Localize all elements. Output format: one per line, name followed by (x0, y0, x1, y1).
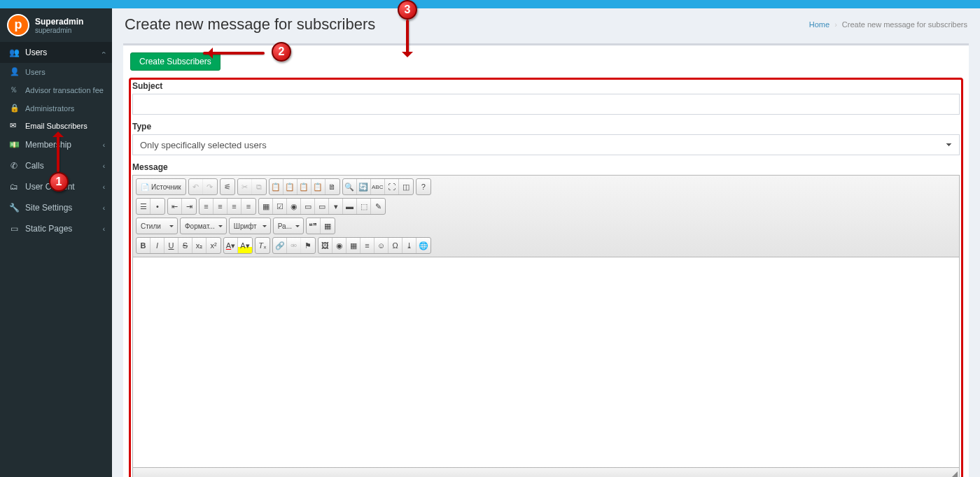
align-left-icon[interactable]: ≡ (200, 199, 214, 214)
lock-icon: 🔒 (10, 104, 20, 113)
checkbox-icon[interactable]: ☑ (273, 199, 287, 214)
page-icon: ▭ (8, 224, 20, 234)
textarea-icon[interactable]: ▭ (315, 199, 329, 214)
specialchar-icon[interactable]: Ω (388, 238, 402, 253)
chevron-left-icon: ‹ (103, 225, 105, 233)
selectall-icon[interactable]: ABC (371, 179, 385, 194)
strike-icon[interactable]: S (178, 238, 192, 253)
user-name: Superadmin (35, 17, 83, 27)
type-label: Type (132, 122, 960, 131)
iframe-icon[interactable]: 🌐 (416, 238, 430, 253)
cut-icon[interactable]: ✂ (238, 179, 252, 194)
pagebreak-icon[interactable]: ⤓ (402, 238, 416, 253)
users-icon: 👥 (8, 48, 20, 57)
find-icon[interactable]: 🔍 (343, 179, 357, 194)
outdent-icon[interactable]: ⇤ (168, 199, 182, 214)
top-accent-bar (0, 0, 980, 8)
indent-icon[interactable]: ⇥ (182, 199, 196, 214)
subscript-icon[interactable]: x₂ (192, 238, 206, 253)
content-area: Create new message for subscribers Home … (112, 8, 980, 477)
resizer-icon[interactable] (951, 471, 958, 477)
subject-input[interactable] (132, 94, 960, 115)
link-icon[interactable]: 🔗 (273, 238, 287, 253)
sidebar-item-static-pages[interactable]: ▭Static Pages‹ (0, 218, 112, 239)
button-icon[interactable]: ▬ (343, 199, 357, 214)
form-icon[interactable]: ✎ (371, 199, 385, 214)
bold-icon[interactable]: B (136, 238, 150, 253)
chevron-down-icon: ‹ (100, 51, 108, 53)
align-right-icon[interactable]: ≡ (227, 199, 241, 214)
styles-combo[interactable]: Стили (136, 218, 178, 234)
rich-text-editor: Источник ↶↷ ⚟ ✂⧉ 📋📋📋📋🗎 🔍🔄ABC⛶◫ ? (132, 175, 960, 477)
paste-icon[interactable]: 📋 (270, 179, 284, 194)
italic-icon[interactable]: I (150, 238, 164, 253)
replace-icon[interactable]: 🔄 (357, 179, 371, 194)
sidebar-item-user-content[interactable]: 🗂User Content‹ (0, 176, 112, 197)
flash-icon[interactable]: ◉ (332, 238, 346, 253)
font-combo[interactable]: Шрифт (229, 218, 271, 234)
textcolor-icon[interactable]: A▾ (224, 238, 238, 253)
redo-icon[interactable]: ↷ (203, 179, 217, 194)
sidebar-item-administrators[interactable]: 🔒Administrators (0, 99, 112, 117)
chevron-left-icon: ‹ (103, 183, 105, 191)
align-center-icon[interactable]: ≡ (214, 199, 227, 214)
undo-icon[interactable]: ↶ (189, 179, 203, 194)
phone-icon: ✆ (8, 161, 20, 171)
create-subscribers-button[interactable]: Create Subscribers (130, 52, 220, 71)
editor-body[interactable] (133, 257, 959, 467)
subject-label: Subject (132, 81, 960, 91)
chevron-left-icon: ‹ (103, 141, 105, 149)
sidebar-item-users-group[interactable]: 👥 Users ‹ (0, 42, 112, 63)
copy-icon[interactable]: ⧉ (252, 179, 266, 194)
paste-word-icon[interactable]: 📋 (298, 179, 312, 194)
breadcrumb-home[interactable]: Home (809, 20, 830, 29)
smiley-icon[interactable]: ☺ (374, 238, 388, 253)
unlink-icon[interactable]: ⚮ (287, 238, 301, 253)
paste-special-icon[interactable]: 📋 (312, 179, 326, 194)
bgcolor-icon[interactable]: A▾ (238, 238, 252, 253)
numbered-list-icon[interactable]: ☰ (136, 199, 150, 214)
paste-text-icon[interactable]: 📋 (284, 179, 298, 194)
about-icon[interactable]: ? (416, 179, 430, 194)
sidebar-item-calls[interactable]: ✆Calls‹ (0, 155, 112, 176)
percent-icon: ％ (10, 85, 20, 95)
textfield-icon[interactable]: ▭ (301, 199, 315, 214)
find-replace-icon[interactable]: ⚟ (220, 179, 234, 194)
sidebar-item-site-settings[interactable]: 🔧Site Settings‹ (0, 197, 112, 218)
select-icon[interactable]: ▾ (329, 199, 343, 214)
editor-source-button[interactable]: Источник (136, 179, 186, 194)
hidden-icon[interactable]: ⬚ (357, 199, 371, 214)
maximize-icon[interactable]: ⛶ (385, 179, 399, 194)
format-combo[interactable]: Формат... (180, 218, 227, 234)
sidebar-item-email-subscribers[interactable]: ✉Email Subscribers (0, 117, 112, 134)
creatediv-icon[interactable]: ▦ (321, 218, 335, 234)
hr-icon[interactable]: ≡ (360, 238, 374, 253)
page-title: Create new message for subscribers (125, 15, 375, 34)
radio-icon[interactable]: ◉ (287, 199, 301, 214)
sidebar-item-membership[interactable]: 💵Membership‹ (0, 134, 112, 155)
type-select[interactable]: Only specifically selected users (132, 134, 960, 155)
removeformat-icon[interactable]: Tₓ (255, 238, 270, 253)
user-panel: p Superadmin superadmin (0, 8, 112, 42)
blockquote-icon[interactable]: ❝❞ (307, 218, 321, 234)
superscript-icon[interactable]: x² (206, 238, 220, 253)
envelope-icon: ✉ (10, 121, 20, 130)
align-justify-icon[interactable]: ≡ (241, 199, 255, 214)
templates-icon[interactable]: 🗎 (326, 179, 340, 194)
fontsize-combo[interactable]: Ра... (273, 218, 304, 234)
money-icon: 💵 (8, 140, 20, 150)
user-icon: 👤 (10, 67, 20, 76)
breadcrumb-current: Create new message for subscribers (842, 20, 967, 29)
sidebar-item-advisor-fee[interactable]: ％Advisor transaction fee (0, 80, 112, 99)
chevron-left-icon: ‹ (103, 162, 105, 170)
image-icon[interactable]: 🖼 (318, 238, 332, 253)
sidebar-item-label: Users (25, 48, 47, 57)
table2-icon[interactable]: ▦ (346, 238, 360, 253)
sidebar-item-users[interactable]: 👤Users (0, 63, 112, 80)
table-icon[interactable]: ▦ (259, 199, 273, 214)
anchor-icon[interactable]: ⚑ (301, 238, 315, 253)
bulleted-list-icon[interactable]: • (150, 199, 164, 214)
underline-icon[interactable]: U (164, 238, 178, 253)
showblocks-icon[interactable]: ◫ (399, 179, 413, 194)
sidebar: p Superadmin superadmin 👥 Users ‹ 👤Users… (0, 8, 112, 477)
